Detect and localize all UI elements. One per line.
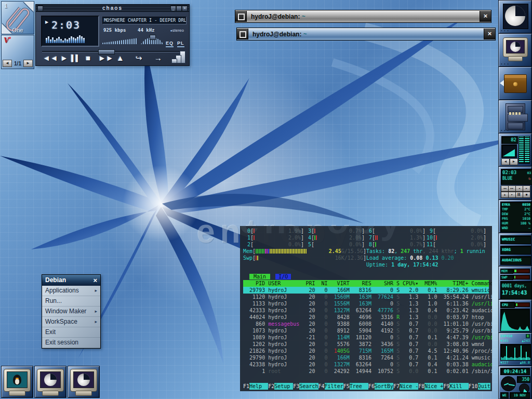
fkey-f7[interactable]: F7Nice - <box>393 383 418 390</box>
drawer-arrow-icon <box>500 80 504 86</box>
terminal-window-1[interactable]: hydroJ@debian: ~ × <box>235 10 491 23</box>
player-close-button[interactable]: × <box>182 6 188 11</box>
dock-tile-wmaker[interactable] <box>498 0 532 34</box>
menu-titlebar[interactable]: Debian × <box>42 275 100 286</box>
player-display[interactable]: ▶ 2:03 <box>41 16 99 47</box>
terminal-window-2[interactable]: hydroJ@debian: ~ × <box>236 28 496 41</box>
dock-tile-filecabinet[interactable] <box>498 100 532 134</box>
spectrum-analyzer[interactable] <box>46 34 95 43</box>
play-button[interactable]: ► <box>60 54 68 62</box>
pager-next-button[interactable]: ► <box>23 60 33 67</box>
htop-window[interactable]: entropy 0[1.9%]3[0.7%]6[0.0%]9[0.0%]1[2.… <box>240 226 492 391</box>
close-icon[interactable]: × <box>484 29 495 39</box>
menu-item-window-maker[interactable]: Window Maker▸ <box>42 307 100 317</box>
menu-item-workspace[interactable]: WorkSpace▸ <box>42 317 100 327</box>
fkey-f6[interactable]: F6SortBy <box>368 383 393 390</box>
process-row[interactable]: 29790 hydroJ 20 0 166M 8316 7264 S 0.7 0… <box>243 354 489 361</box>
dock-tile-wmusic[interactable]: 02:0303 BLUE↻ ◄◄ ►► ◄ ► ▲ ► ▌▌ ■ <box>498 166 532 200</box>
volume-slider[interactable] <box>102 38 137 44</box>
equalizer-button[interactable]: EQ <box>166 41 174 47</box>
dock-tile-memmon[interactable]: MEM SWP 0001 days,17:54:43 <box>498 266 532 300</box>
fkey-f8[interactable]: F8Nice + <box>418 383 443 390</box>
menu-item-exit[interactable]: Exit <box>42 327 100 338</box>
window-menu-button[interactable] <box>235 11 247 22</box>
process-row[interactable]: 21826 hydroJ 20 0 1405G 715M 165M S 0.7 … <box>243 348 489 354</box>
tab-main[interactable]: Main <box>249 274 270 280</box>
process-row[interactable]: 44024 hydroJ 20 0 8428 4696 3316 R 1.3 0… <box>243 314 489 321</box>
process-row[interactable]: 1202 hydroJ 20 0 5576 3872 3436 S 0.7 0.… <box>243 341 489 348</box>
menu-item-exit-session[interactable]: Exit session <box>42 338 100 348</box>
wmusic-stop-button[interactable]: ■ <box>523 192 530 198</box>
dock-tile-wmtop[interactable]: WMUSIC XORG AUDACIOUS <box>498 233 532 267</box>
menu-close-icon[interactable]: × <box>93 275 100 286</box>
miniwindow-terminal-2[interactable] <box>68 366 100 398</box>
process-row[interactable]: 1073 hydroJ 20 0 8912 5904 4192 S 0.7 0.… <box>243 327 489 334</box>
wmusic-prev-button[interactable]: ◄◄ <box>501 185 509 192</box>
net-header: ENP4S0B <box>500 334 530 338</box>
process-row[interactable]: 860 messagebus 20 0 9388 6008 4140 S 0.7… <box>243 321 489 327</box>
fkey-f10[interactable]: F10Quit <box>469 383 490 390</box>
dock-tile-terminal[interactable] <box>498 33 532 67</box>
audio-player-window[interactable]: chaos _ × ▶ 2:03 MOSPHERE CHAPTER I - DE… <box>35 4 190 66</box>
wmusic-play-button[interactable]: ► <box>508 192 516 198</box>
playlist-button[interactable]: PL <box>177 41 184 47</box>
dock-tile-cpumon[interactable]: CPU <box>498 299 532 333</box>
wmusic-ff-button[interactable]: ► <box>523 185 530 192</box>
table-header[interactable]: PID USER PRI NI VIRT RES SHR S CPU%▾ MEM… <box>243 280 489 287</box>
process-row[interactable]: 42333 hydroJ 20 0 1327M 63264 47776 S 1.… <box>243 307 489 314</box>
process-row[interactable]: 1 root 20 0 24292 14944 10752 S 0.0 0.1 … <box>243 368 489 375</box>
mixer-prev-button[interactable]: ◄ <box>501 158 510 165</box>
prev-button[interactable]: ◄◄ <box>43 54 58 62</box>
process-row[interactable]: 1089 hydroJ -21 0 114M 18120 0 S 0.7 0.1… <box>243 334 489 341</box>
window-menu-button[interactable] <box>237 29 248 39</box>
player-minimize-button[interactable]: _ <box>170 6 176 11</box>
pager-prev-button[interactable]: ◄ <box>3 60 12 67</box>
pager-widget[interactable]: V ◄ 1/1 ► <box>1 35 34 69</box>
repeat-icon: ↻ <box>528 176 531 181</box>
mixer-next-button[interactable]: ► <box>510 158 518 165</box>
process-row[interactable]: 1133 hydroJ 20 0 1556M 163M 0 S 1.3 1.0 … <box>243 300 489 307</box>
tab-io[interactable]: I/O <box>275 274 291 280</box>
monitor-icon <box>70 369 97 392</box>
workspace-clip[interactable]: 1 One <box>1 1 34 34</box>
wmusic-pause-button[interactable]: ▌▌ <box>515 192 523 198</box>
dock-tile-weather[interactable]: EYKA0850 TMP2°C DEW2°C PRS1010 HUM100 % … <box>498 200 532 233</box>
dock-tile-wmnd[interactable]: ENP4S0B ▼345▲243 ▼227▲66.0 <box>498 332 532 366</box>
fkey-f1[interactable]: F1Help <box>243 383 268 390</box>
fkey-f2[interactable]: F2Setup <box>268 383 293 390</box>
player-shade-button[interactable] <box>176 6 182 11</box>
swap-label: SWP <box>500 275 513 280</box>
track-title-marquee[interactable]: MOSPHERE CHAPTER I - DEEPER DRL <box>102 17 187 24</box>
fkey-f3[interactable]: F3Search <box>293 383 318 390</box>
fkey-f9[interactable]: F9Kill <box>443 383 468 390</box>
dock-tile-mixer[interactable]: 82 ◄ ► <box>498 133 532 167</box>
miniwindow-terminal-1[interactable] <box>34 366 66 398</box>
player-menu-button[interactable] <box>37 6 43 11</box>
process-row[interactable]: 29793 hydroJ 20 0 166M 8316 0 S 2.0 0.1 … <box>243 287 489 294</box>
next-button[interactable]: ►► <box>98 54 114 62</box>
wmusic-next-button[interactable]: ►► <box>508 185 516 192</box>
wmusic-rew-button[interactable]: ◄ <box>515 185 523 192</box>
repeat-button[interactable]: → <box>154 54 162 62</box>
close-icon[interactable]: × <box>480 11 491 22</box>
wmusic-eject-button[interactable]: ▲ <box>501 192 509 198</box>
stop-button[interactable]: ■ <box>86 54 90 62</box>
pause-button[interactable]: ▌▌ <box>71 55 80 62</box>
player-time[interactable]: 2:03 <box>51 19 81 31</box>
process-row[interactable]: 42338 hydroJ 20 0 1327M 63264 0 S 0.7 0.… <box>243 361 489 368</box>
shuffle-button[interactable]: ↪ <box>136 54 142 63</box>
menu-item-run[interactable]: Run... <box>42 296 100 307</box>
player-titlebar[interactable]: chaos <box>36 5 189 12</box>
fkey-f4[interactable]: F4Filter <box>318 383 343 390</box>
dock-tile-clock[interactable]: 09:24:14 350 WE 19 NOV <box>498 366 532 399</box>
mixer-volume-panel[interactable] <box>501 144 517 158</box>
balance-knob[interactable] <box>150 35 156 40</box>
fkey-f5[interactable]: F5Tree <box>343 383 368 390</box>
miniwindow-terminal-tux[interactable] <box>1 366 33 398</box>
seek-bar[interactable] <box>42 49 182 54</box>
eject-button[interactable]: ▲ <box>116 54 124 62</box>
process-row[interactable]: 1120 hydroJ 20 0 1560M 163M 77624 S 1.3 … <box>243 294 489 300</box>
menu-item-applications[interactable]: Applications▸ <box>42 286 100 296</box>
monitor-icon <box>503 37 528 57</box>
dock-tile-drawer[interactable] <box>498 66 532 100</box>
